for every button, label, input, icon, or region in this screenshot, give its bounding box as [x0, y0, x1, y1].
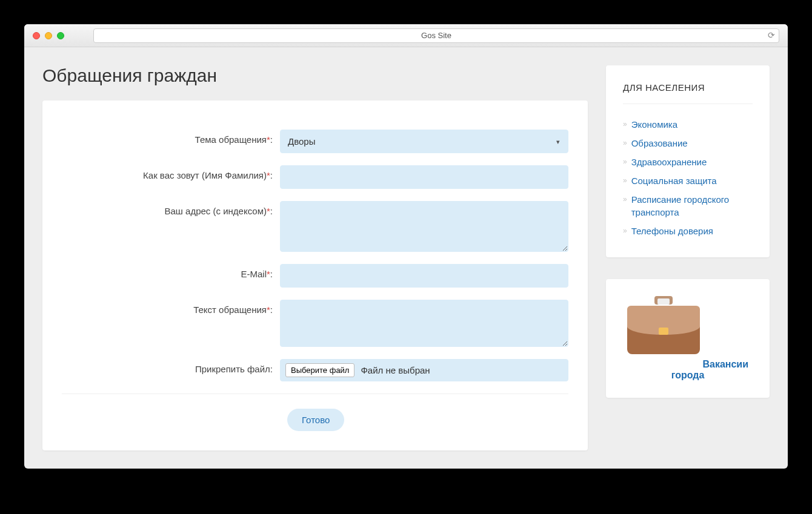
sidebar-link-education[interactable]: Образование	[631, 137, 688, 150]
population-card: ДЛЯ НАСЕЛЕНИЯ » Экономика » Образование …	[606, 65, 770, 257]
label-email: E-Mail*:	[62, 264, 280, 279]
row-email: E-Mail*:	[62, 264, 568, 288]
svg-rect-2	[659, 328, 668, 335]
browser-window: Gos Site ⟳ Обращения граждан Тема обраще…	[24, 24, 788, 469]
submit-button[interactable]: Готово	[287, 409, 344, 431]
sidebar-link-transport-schedule[interactable]: Расписание городского транспорта	[631, 193, 753, 219]
sidebar: ДЛЯ НАСЕЛЕНИЯ » Экономика » Образование …	[606, 65, 770, 398]
reload-icon[interactable]: ⟳	[768, 30, 775, 40]
appeal-form-card: Тема обращения*: Дворы ▾ Как вас зовут (…	[42, 100, 588, 450]
vacancies-card: Вакансии города	[606, 279, 770, 398]
double-chevron-right-icon: »	[623, 156, 625, 168]
topic-select[interactable]: Дворы	[280, 130, 568, 153]
name-input[interactable]	[280, 165, 568, 189]
label-message: Текст обращения*:	[62, 300, 280, 315]
double-chevron-right-icon: »	[623, 174, 625, 186]
sidebar-item: » Расписание городского транспорта	[623, 190, 753, 222]
zoom-window-button[interactable]	[57, 32, 64, 39]
vacancies-link[interactable]: Вакансии города	[671, 359, 748, 380]
submit-row: Готово	[62, 409, 568, 431]
sidebar-title: ДЛЯ НАСЕЛЕНИЯ	[623, 82, 753, 104]
file-input-wrapper[interactable]: Выберите файл Файл не выбран	[280, 359, 568, 381]
close-window-button[interactable]	[33, 32, 40, 39]
sidebar-item: » Социальная защита	[623, 171, 753, 190]
address-bar[interactable]: Gos Site ⟳	[93, 28, 779, 43]
sidebar-item: » Здравоохранение	[623, 153, 753, 171]
row-message: Текст обращения*:	[62, 300, 568, 347]
main-column: Обращения граждан Тема обращения*: Дворы…	[42, 65, 588, 450]
double-chevron-right-icon: »	[623, 225, 625, 237]
double-chevron-right-icon: »	[623, 193, 625, 205]
sidebar-item: » Экономика	[623, 115, 753, 134]
message-textarea[interactable]	[280, 300, 568, 347]
row-name: Как вас зовут (Имя Фамилия)*:	[62, 165, 568, 189]
page-content: Обращения граждан Тема обращения*: Дворы…	[24, 47, 788, 469]
label-address: Ваш адрес (с индексом)*:	[62, 201, 280, 216]
label-name: Как вас зовут (Имя Фамилия)*:	[62, 165, 280, 180]
browser-titlebar: Gos Site ⟳	[24, 24, 788, 47]
row-address: Ваш адрес (с индексом)*:	[62, 201, 568, 252]
choose-file-button[interactable]: Выберите файл	[285, 363, 354, 377]
page-title-in-addressbar: Gos Site	[421, 31, 451, 40]
sidebar-link-social-protection[interactable]: Социальная защита	[631, 174, 717, 187]
minimize-window-button[interactable]	[45, 32, 52, 39]
form-separator	[62, 394, 568, 394]
sidebar-link-trust-phones[interactable]: Телефоны доверия	[631, 225, 713, 237]
address-textarea[interactable]	[280, 201, 568, 252]
double-chevron-right-icon: »	[623, 118, 625, 130]
label-file: Прикрепить файл:	[62, 359, 280, 374]
sidebar-item: » Телефоны доверия	[623, 222, 753, 240]
email-input[interactable]	[280, 264, 568, 288]
sidebar-link-list: » Экономика » Образование » Здравоохране…	[623, 115, 753, 240]
row-topic: Тема обращения*: Дворы ▾	[62, 130, 568, 153]
double-chevron-right-icon: »	[623, 137, 625, 149]
no-file-chosen-text: Файл не выбран	[361, 365, 430, 375]
svg-rect-1	[657, 298, 670, 305]
sidebar-link-economy[interactable]: Экономика	[631, 118, 677, 131]
window-controls	[33, 32, 64, 39]
row-file: Прикрепить файл: Выберите файл Файл не в…	[62, 359, 568, 381]
sidebar-link-healthcare[interactable]: Здравоохранение	[631, 156, 707, 168]
briefcase-icon	[627, 296, 700, 357]
sidebar-item: » Образование	[623, 134, 753, 153]
label-topic: Тема обращения*:	[62, 130, 280, 145]
page-heading: Обращения граждан	[42, 65, 588, 86]
